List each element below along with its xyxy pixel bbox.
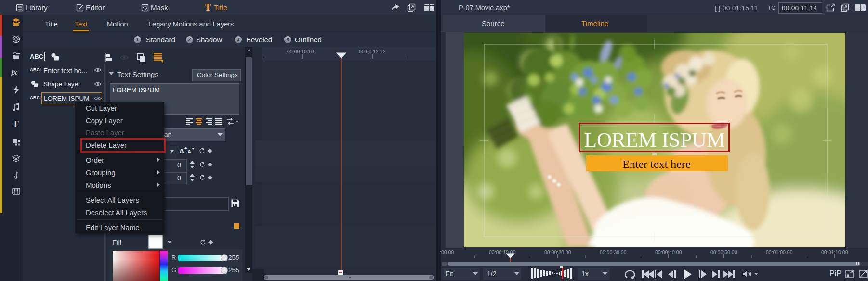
svg-text:LOREM ISPUM: LOREM ISPUM bbox=[584, 128, 725, 151]
svg-text:Enter text here: Enter text here bbox=[622, 158, 690, 170]
